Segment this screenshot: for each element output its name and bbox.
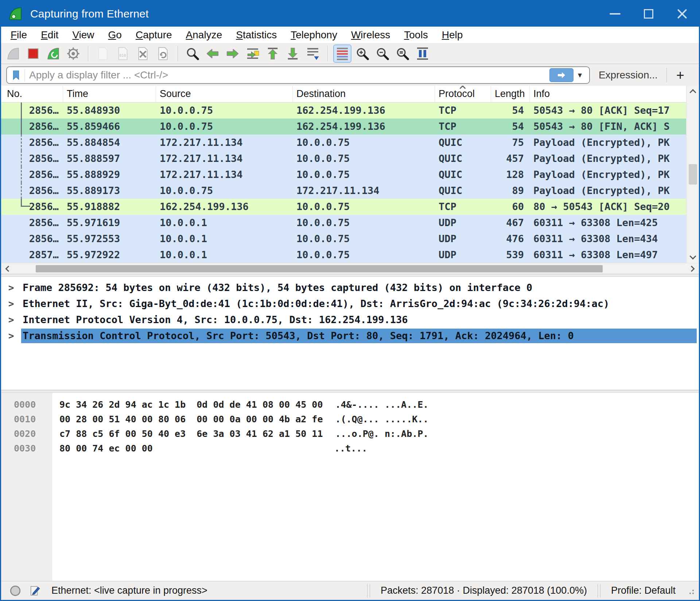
hex-bytes: 9c 34 26 2d 94 ac 1c 1b 0d 0d de 41 08 0… (52, 399, 323, 410)
column-header-source[interactable]: Source (156, 86, 293, 102)
vertical-scroll-thumb[interactable] (689, 164, 697, 185)
cell-time: 55.972922 (63, 247, 156, 263)
restart-capture-button[interactable] (45, 45, 62, 62)
stop-capture-icon (26, 46, 40, 61)
auto-scroll-live-button[interactable] (304, 45, 321, 62)
detail-line[interactable]: >Frame 285692: 54 bytes on wire (432 bit… (1, 280, 699, 296)
packet-row[interactable]: 2856…55.97255310.0.0.110.0.0.75UDP476603… (1, 231, 686, 247)
menu-tools[interactable]: Tools (404, 29, 428, 41)
packet-list-pane: No.TimeSourceDestinationProtocolLengthIn… (1, 86, 699, 274)
menu-help[interactable]: Help (442, 29, 463, 41)
packet-row[interactable]: 2856…55.884854172.217.11.13410.0.0.75QUI… (1, 135, 686, 151)
horizontal-scroll-thumb[interactable] (36, 265, 603, 272)
resize-grip[interactable] (687, 587, 695, 595)
packet-row[interactable]: 2856…55.918882162.254.199.13610.0.0.75TC… (1, 199, 686, 215)
expander-icon[interactable]: > (1, 314, 21, 325)
scroll-left-icon[interactable] (5, 266, 12, 272)
go-to-bottom-button[interactable] (284, 45, 301, 62)
cell-destination: 10.0.0.75 (293, 215, 435, 231)
hex-bytes: 00 28 00 51 40 00 80 06 00 00 0a 00 00 4… (52, 414, 323, 424)
zoom-in-button[interactable] (354, 45, 371, 62)
menu-statistics[interactable]: Statistics (236, 29, 277, 41)
expression-button[interactable]: Expression... (599, 69, 658, 81)
menu-analyze[interactable]: Analyze (186, 29, 222, 41)
apply-filter-button[interactable] (549, 68, 573, 82)
expander-icon[interactable]: > (1, 298, 21, 309)
scroll-up-icon[interactable] (689, 89, 696, 96)
capture-options-button[interactable] (65, 45, 82, 62)
cell-time: 55.971619 (63, 215, 156, 231)
svg-text:010: 010 (119, 54, 126, 58)
column-header-protocol[interactable]: Protocol (435, 86, 491, 102)
profile-label[interactable]: Profile: Default (611, 585, 676, 596)
colorize-packets-button[interactable] (334, 45, 351, 62)
cell-info: Payload (Encrypted), PK (530, 167, 686, 183)
packet-row[interactable]: 2856…55.97161910.0.0.110.0.0.75UDP467603… (1, 215, 686, 231)
go-forward-icon (225, 46, 240, 61)
start-capture-button (5, 45, 22, 62)
filter-history-dropdown[interactable]: ▾ (578, 70, 582, 80)
expander-icon[interactable]: > (1, 330, 21, 341)
packet-list-horizontal-scrollbar[interactable] (1, 263, 699, 274)
find-packet-button[interactable] (184, 45, 201, 62)
cell-destination: 172.217.11.134 (293, 183, 435, 199)
zoom-reset-button[interactable] (394, 45, 411, 62)
packet-row[interactable]: 2856…55.888929172.217.11.13410.0.0.75QUI… (1, 167, 686, 183)
go-to-packet-button[interactable] (244, 45, 261, 62)
add-filter-button[interactable]: + (676, 68, 684, 82)
go-forward-button[interactable] (224, 45, 241, 62)
filter-bookmark-button[interactable] (10, 69, 25, 81)
wireshark-window: Capturing from Ethernet FileEditViewGoCa… (0, 0, 700, 601)
maximize-button[interactable] (632, 1, 665, 27)
detail-line-selected[interactable]: >Transmission Control Protocol, Src Port… (1, 328, 699, 344)
cell-length: 467 (491, 215, 530, 231)
packet-row[interactable]: 2856…55.888597172.217.11.13410.0.0.75QUI… (1, 151, 686, 167)
go-to-bottom-icon (285, 46, 300, 61)
packet-row[interactable]: 2856…55.85946610.0.0.75162.254.199.136TC… (1, 119, 686, 135)
list-details-splitter[interactable] (1, 274, 699, 277)
stop-capture-button[interactable] (25, 45, 42, 62)
packet-list-vertical-scrollbar[interactable] (686, 86, 699, 263)
expert-info-icon[interactable] (9, 585, 22, 597)
scroll-down-icon[interactable] (689, 253, 696, 259)
close-button[interactable] (665, 1, 699, 27)
cell-info: 50543 → 80 [ACK] Seq=17 (530, 102, 686, 119)
zoom-out-button[interactable] (374, 45, 391, 62)
details-bytes-splitter[interactable] (1, 390, 699, 393)
column-header-info[interactable]: Info (530, 86, 686, 102)
hex-row: 00009c 34 26 2d 94 ac 1c 1b 0d 0d de 41 … (1, 397, 699, 412)
scroll-right-icon[interactable] (689, 266, 695, 272)
column-header-time[interactable]: Time (63, 86, 156, 102)
hex-offset: 0020 (1, 429, 52, 439)
detail-line[interactable]: >Internet Protocol Version 4, Src: 10.0.… (1, 312, 699, 328)
detail-line[interactable]: >Ethernet II, Src: Giga-Byt_0d:de:41 (1c… (1, 296, 699, 312)
display-filter-input[interactable] (29, 69, 549, 81)
cell-info: Payload (Encrypted), PK (530, 151, 686, 167)
menu-wireless[interactable]: Wireless (351, 29, 390, 41)
column-header-length[interactable]: Length (491, 86, 530, 102)
hex-bytes: c7 88 c5 6f 00 50 40 e3 6e 3a 03 41 62 a… (52, 429, 323, 439)
menu-edit[interactable]: Edit (41, 29, 58, 41)
menu-view[interactable]: View (72, 29, 94, 41)
column-header-destination[interactable]: Destination (293, 86, 435, 102)
cell-info: 50543 → 80 [FIN, ACK] S (530, 119, 686, 135)
resize-columns-button[interactable] (414, 45, 431, 62)
expander-icon[interactable]: > (1, 282, 21, 293)
title-bar: Capturing from Ethernet (1, 1, 699, 27)
column-header-no[interactable]: No. (1, 86, 63, 102)
close-icon (677, 8, 688, 19)
go-to-top-button[interactable] (264, 45, 281, 62)
menu-telephony[interactable]: Telephony (291, 29, 337, 41)
packet-row[interactable]: 2856…55.88917310.0.0.75172.217.11.134QUI… (1, 183, 686, 199)
menu-capture[interactable]: Capture (136, 29, 172, 41)
packet-row[interactable]: 2856…55.84893010.0.0.75162.254.199.136TC… (1, 102, 686, 119)
close-file-button[interactable] (135, 45, 151, 62)
packet-row[interactable]: 2857…55.97292210.0.0.110.0.0.75UDP539603… (1, 247, 686, 263)
menu-file[interactable]: File (11, 29, 27, 41)
go-back-button[interactable] (204, 45, 221, 62)
capture-comment-icon[interactable] (29, 585, 41, 597)
menu-go[interactable]: Go (108, 29, 122, 41)
reload-file-button[interactable] (155, 45, 171, 62)
minimize-button[interactable] (598, 1, 632, 27)
go-to-packet-icon (245, 46, 260, 61)
